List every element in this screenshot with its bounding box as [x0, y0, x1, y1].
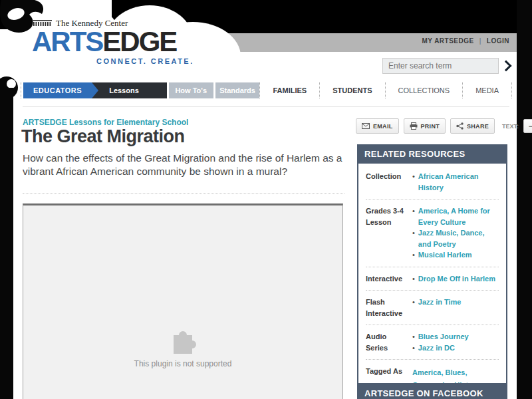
account-bar-separator: | — [479, 37, 481, 45]
login-link[interactable]: LOGIN — [487, 37, 509, 45]
nav-tab-collections[interactable]: COLLECTIONS — [385, 82, 463, 98]
nav-tab-standards[interactable]: Standards — [215, 82, 260, 98]
bullet: • — [412, 273, 415, 285]
print-icon — [410, 122, 418, 130]
plugin-message: This plugin is not supported — [134, 359, 232, 368]
resource-link[interactable]: Jazz in DC — [418, 342, 455, 354]
search-bar — [382, 58, 516, 74]
bullet: • — [412, 171, 415, 193]
resource-link[interactable]: Drop Me Off in Harlem — [418, 273, 495, 285]
related-resources-header: RELATED RESOURCES — [357, 144, 507, 164]
resource-link[interactable]: African American History — [418, 171, 499, 193]
dotted-divider — [366, 267, 499, 267]
resource-link[interactable]: Musical Harlem — [418, 249, 472, 261]
facebook-panel-header: ARTSEDGE ON FACEBOOK — [357, 383, 507, 399]
related-resource-row: Audio Series•Blues Journey•Jazz in DC — [366, 331, 499, 353]
email-button[interactable]: EMAIL — [356, 118, 399, 134]
related-resource-row: Interactive•Drop Me Off in Harlem — [366, 273, 499, 285]
header-divider — [23, 106, 509, 107]
dotted-divider — [366, 199, 499, 200]
resource-type-label: Interactive — [366, 273, 410, 285]
dotted-divider — [366, 290, 499, 291]
bullet: • — [412, 331, 415, 342]
nav-tab-students[interactable]: STUDENTS — [319, 82, 384, 98]
resource-link[interactable]: Jazz in Time — [418, 297, 462, 308]
nav-tab-how-tos[interactable]: How To's — [169, 82, 213, 98]
resource-type-label: Audio Series — [366, 331, 410, 353]
dotted-divider — [366, 359, 499, 360]
bullet: • — [412, 227, 415, 249]
logo-tagline: CONNECT. CREATE. — [96, 57, 194, 65]
my-artsedge-link[interactable]: MY ARTSEDGE — [422, 37, 473, 45]
account-bar: MY ARTSEDGE | LOGIN — [422, 37, 509, 45]
resource-link[interactable]: Blues Journey — [418, 331, 469, 342]
text-smaller-button[interactable]: − — [523, 119, 532, 133]
resource-link[interactable]: America, A Home for Every Culture — [418, 205, 499, 227]
plugin-placeholder: This plugin is not supported — [23, 203, 343, 399]
artsedge-wordmark: ARTSEDGE — [32, 27, 194, 57]
print-button[interactable]: PRINT — [404, 118, 446, 134]
breadcrumb[interactable]: ARTSEDGE Lessons for Elementary School — [23, 118, 188, 127]
share-button[interactable]: SHARE — [450, 118, 495, 134]
email-icon — [362, 123, 370, 129]
page-title: The Great Migration — [21, 126, 185, 147]
bullet: • — [412, 249, 415, 261]
dotted-divider — [366, 325, 499, 325]
dotted-divider — [23, 194, 344, 194]
bullet: • — [412, 297, 415, 308]
related-resource-row: Collection•African American History — [366, 171, 499, 193]
resource-type-label: Collection — [366, 171, 410, 193]
nav-tab-media[interactable]: MEDIA — [462, 82, 512, 98]
related-resource-row: Flash Interactive•Jazz in Time — [366, 297, 499, 319]
artsedge-page: MY ARTSEDGE | LOGIN — [0, 0, 532, 399]
nav-tab-families[interactable]: FAMILIES — [259, 82, 319, 98]
search-input[interactable] — [382, 58, 499, 74]
related-rows: Collection•African American HistoryGrade… — [357, 164, 507, 399]
share-icon — [456, 122, 464, 130]
artsedge-logo[interactable]: The Kennedy Center ARTSEDGE CONNECT. CRE… — [32, 18, 194, 65]
text-size-label: TEXT: — [502, 123, 519, 130]
puzzle-piece-icon — [167, 327, 199, 354]
resource-type-label: Grades 3-4 Lesson — [366, 205, 410, 261]
bullet: • — [412, 205, 415, 227]
resource-type-label: Flash Interactive — [366, 297, 410, 319]
nav-tab-educators[interactable]: EDUCATORS — [23, 82, 92, 98]
search-arrow-icon — [501, 61, 512, 72]
nav-tab-lessons[interactable]: Lessons — [92, 82, 167, 98]
lesson-question: How can the effects of the Great Migrati… — [23, 152, 350, 179]
search-submit-button[interactable] — [499, 58, 516, 74]
related-resource-row: Grades 3-4 Lesson•America, A Home for Ev… — [366, 205, 499, 261]
bullet: • — [412, 342, 415, 354]
resource-link[interactable]: Jazz Music, Dance, and Poetry — [418, 227, 499, 249]
page-toolbar: EMAIL PRINT SHARE TEXT: — [356, 118, 532, 134]
related-resources-panel: RELATED RESOURCES Collection•African Ame… — [357, 144, 507, 399]
main-navigation: EDUCATORS Lessons How To's Standards FAM… — [21, 82, 512, 98]
